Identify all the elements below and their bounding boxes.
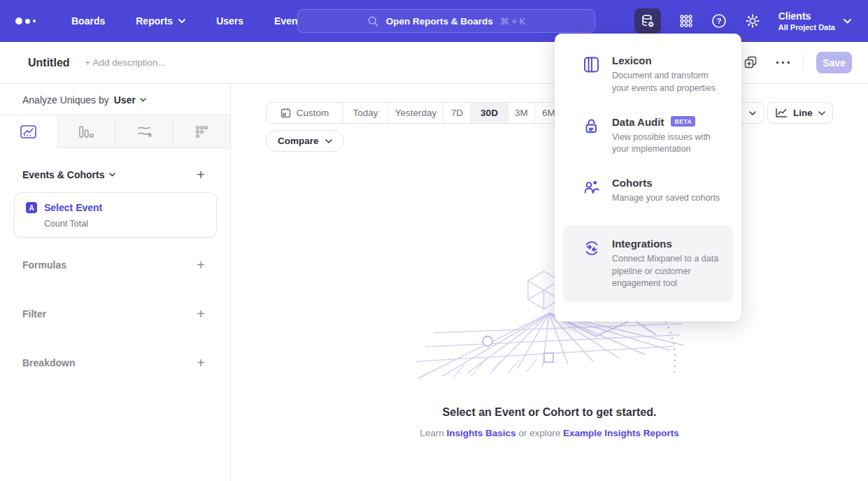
- project-name: All Project Data: [778, 22, 835, 32]
- report-actions: Save: [744, 52, 868, 73]
- insights-basics-link[interactable]: Insights Basics: [446, 428, 515, 438]
- range-7d[interactable]: 7D: [444, 103, 471, 123]
- range-label: Custom: [297, 108, 329, 118]
- breakdown-label: Breakdown: [22, 357, 75, 368]
- add-event-button[interactable]: +: [197, 169, 205, 180]
- data-management-button[interactable]: [634, 8, 661, 34]
- tab-metrics[interactable]: [173, 115, 231, 148]
- events-cohorts-dropdown[interactable]: Events & Cohorts: [22, 169, 115, 180]
- analyze-label: Analyze Uniques by: [22, 94, 109, 106]
- range-yesterday[interactable]: Yesterday: [388, 103, 444, 123]
- example-reports-link[interactable]: Example Insights Reports: [563, 428, 679, 438]
- tab-bar-chart[interactable]: [58, 115, 116, 148]
- empty-state-links: Learn Insights Basics or explore Example…: [231, 428, 868, 438]
- events-cohorts-header: Events & Cohorts +: [22, 169, 205, 180]
- search-shortcut: ⌘ + K: [500, 16, 526, 27]
- count-type-dropdown[interactable]: Count Total: [44, 219, 205, 229]
- chevron-down-icon: [109, 173, 115, 177]
- menu-item-integrations[interactable]: Integrations Connect Mixpanel to a data …: [563, 226, 733, 302]
- menu-item-title: Integrations: [612, 238, 672, 250]
- tab-line-chart[interactable]: [0, 115, 58, 148]
- chart-style-label: Line: [793, 108, 813, 118]
- chart-type-tabs: [0, 115, 230, 148]
- breakdown-section: Breakdown +: [22, 356, 205, 370]
- help-button[interactable]: ?: [711, 13, 727, 29]
- nav-item-label: Users: [216, 15, 243, 27]
- menu-item-title: Lexicon: [612, 55, 652, 66]
- org-name: Clients: [778, 10, 835, 22]
- nav-item-label: Reports: [136, 15, 173, 27]
- flow-chart-icon: [136, 125, 152, 138]
- nav-item-label: Boards: [71, 15, 105, 27]
- metrics-icon: [195, 125, 208, 138]
- nav-item-reports[interactable]: Reports: [136, 15, 185, 27]
- menu-item-description: View possible issues with your implement…: [612, 131, 727, 157]
- nav-menu: Boards Reports Users Events: [71, 15, 306, 27]
- menu-item-title: Cohorts: [612, 177, 653, 189]
- analyze-uniques-row: Analyze Uniques by User: [0, 84, 230, 106]
- global-search-input[interactable]: Open Reports & Boards ⌘ + K: [297, 9, 595, 33]
- event-card[interactable]: A Select Event Count Total: [14, 192, 217, 238]
- add-breakdown-button[interactable]: +: [197, 357, 205, 368]
- add-filter-button[interactable]: +: [197, 308, 205, 320]
- nav-item-boards[interactable]: Boards: [71, 15, 105, 27]
- nav-right-cluster: ? Clients All Project Data: [634, 8, 868, 34]
- project-switcher[interactable]: Clients All Project Data: [778, 10, 851, 32]
- compare-dropdown[interactable]: Compare: [266, 130, 344, 152]
- cohorts-people-icon: [583, 178, 601, 196]
- event-series-badge: A: [26, 202, 37, 213]
- query-sidebar: Analyze Uniques by User: [0, 84, 231, 481]
- mixpanel-logo-icon[interactable]: [15, 17, 48, 24]
- chart-style-dropdown[interactable]: Line: [767, 102, 833, 124]
- empty-state-heading: Select an Event or Cohort to get started…: [231, 406, 868, 419]
- settings-gear-icon: [745, 13, 760, 29]
- add-description-field[interactable]: + Add description...: [85, 57, 166, 68]
- book-icon: [583, 56, 600, 73]
- filter-section: Filter +: [22, 307, 205, 321]
- menu-item-description: Document and transform your events and p…: [612, 70, 727, 95]
- audit-lock-icon: [583, 117, 600, 135]
- analyze-by-dropdown[interactable]: User: [114, 94, 146, 106]
- svg-text:?: ?: [716, 17, 721, 25]
- line-style-icon: [775, 108, 788, 118]
- tab-flow-chart[interactable]: [115, 115, 173, 148]
- chevron-down-icon: [818, 111, 825, 115]
- range-label: 6M: [542, 108, 555, 118]
- settings-button[interactable]: [745, 13, 760, 29]
- range-label: 30D: [481, 108, 498, 118]
- menu-item-cohorts[interactable]: Cohorts Manage your saved cohorts: [555, 177, 741, 205]
- database-gear-icon: [640, 13, 655, 29]
- analyze-by-value: User: [114, 94, 136, 106]
- nav-item-users[interactable]: Users: [216, 15, 243, 27]
- range-3m[interactable]: 3M: [508, 103, 535, 123]
- range-custom[interactable]: Custom: [266, 103, 343, 123]
- chevron-down-icon: [178, 19, 185, 23]
- duplicate-button[interactable]: [744, 56, 757, 69]
- chevron-down-icon: [749, 111, 756, 115]
- menu-item-data-audit[interactable]: Data Audit BETA View possible issues wit…: [555, 116, 741, 157]
- compare-label: Compare: [278, 136, 319, 146]
- range-30d-selected[interactable]: 30D: [471, 103, 508, 123]
- range-label: 7D: [451, 108, 463, 118]
- report-title[interactable]: Untitled: [28, 57, 70, 69]
- app-window: Boards Reports Users Events Open Reports…: [0, 0, 868, 481]
- links-prefix: Learn: [420, 428, 446, 438]
- links-middle: or explore: [515, 428, 563, 438]
- beta-badge: BETA: [671, 116, 695, 127]
- apps-grid-button[interactable]: [679, 14, 693, 28]
- menu-item-lexicon[interactable]: Lexicon Document and transform your even…: [555, 55, 741, 95]
- save-button[interactable]: Save: [816, 52, 852, 73]
- add-formula-button[interactable]: +: [197, 259, 205, 271]
- formulas-label: Formulas: [22, 259, 66, 271]
- range-today[interactable]: Today: [343, 103, 388, 123]
- more-menu-button[interactable]: [776, 61, 790, 64]
- line-chart-icon: [20, 125, 36, 138]
- calendar-icon: [280, 108, 291, 118]
- range-label: 3M: [515, 108, 528, 118]
- select-event-button[interactable]: Select Event: [44, 202, 102, 213]
- menu-item-description: Connect Mixpanel to a data pipeline or c…: [612, 253, 727, 290]
- menu-item-description: Manage your saved cohorts: [612, 192, 720, 205]
- chevron-down-icon: [325, 139, 332, 143]
- chevron-down-icon: [140, 98, 146, 102]
- search-placeholder: Open Reports & Boards: [386, 16, 493, 27]
